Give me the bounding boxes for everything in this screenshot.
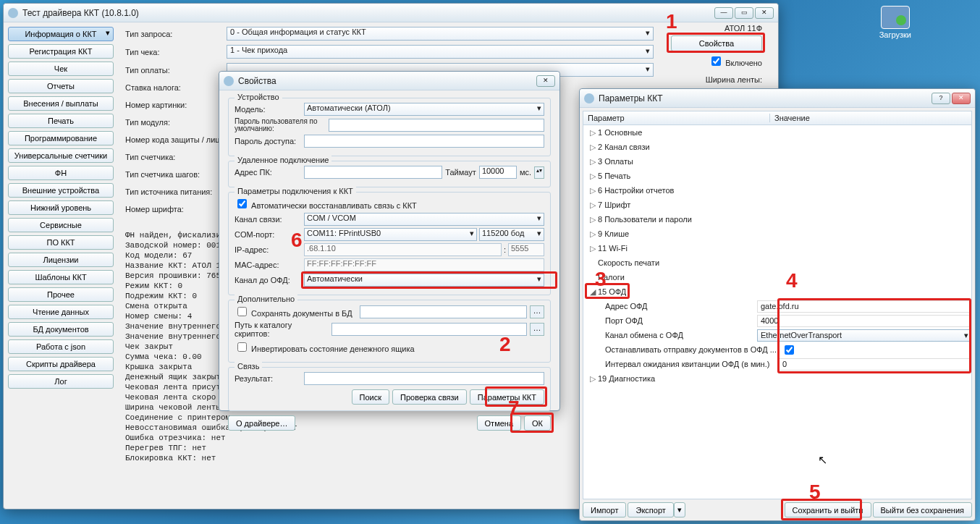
- props-close-button[interactable]: ✕: [536, 75, 555, 87]
- timeout-input[interactable]: 10000: [479, 166, 517, 179]
- tree-node[interactable]: ▷1 Основные: [583, 125, 971, 140]
- invert-checkbox[interactable]: Инвертировать состояние денежного ящика: [235, 340, 415, 354]
- ofd-interval-row[interactable]: Интервал ожидания квитанции ОФД (в мин.)…: [583, 357, 971, 371]
- mac-input[interactable]: FF:FF:FF:FF:FF:FF: [304, 258, 544, 271]
- minimize-button[interactable]: —: [714, 7, 733, 19]
- cancel-button[interactable]: Отмена: [477, 415, 521, 431]
- props-title: Свойства: [238, 76, 276, 86]
- sidebar-item-low[interactable]: Нижний уровень: [8, 200, 114, 215]
- sidebar-item-fn[interactable]: ФН: [8, 166, 114, 180]
- close-button[interactable]: ✕: [755, 7, 774, 19]
- props-titlebar[interactable]: Свойства ✕: [219, 72, 559, 90]
- sidebar-item-reports[interactable]: Отчеты: [8, 79, 114, 93]
- ofd-addr-value[interactable]: gate.ofd.ru: [757, 300, 971, 313]
- tree-node[interactable]: ▷19 Диагностика: [583, 371, 971, 386]
- ofd-stop-row[interactable]: Останавливать отправку документов в ОФД …: [583, 342, 971, 357]
- pwd-default-input[interactable]: [329, 119, 544, 132]
- tree-node[interactable]: ▷8 Пользователи и пароли: [583, 212, 971, 227]
- enabled-checkbox[interactable]: Включено: [671, 54, 762, 68]
- sidebar-item-ext[interactable]: Внешние устройства: [8, 183, 114, 198]
- chktype-select[interactable]: 1 - Чек прихода: [227, 45, 654, 59]
- sidebar-item-json[interactable]: Работа с json: [8, 339, 114, 354]
- tree-node[interactable]: Скорость печати: [583, 255, 971, 270]
- port-input[interactable]: 5555: [508, 243, 544, 256]
- sidebar-item-reg[interactable]: Регистрация ККТ: [8, 44, 114, 59]
- exit-nosave-button[interactable]: Выйти без сохранения: [873, 502, 973, 517]
- ofdch-select[interactable]: Автоматически: [304, 274, 544, 287]
- browse-script-button[interactable]: …: [530, 323, 544, 336]
- savedb-checkbox[interactable]: Сохранять документы в БД: [235, 305, 352, 318]
- device-label: АТОЛ 11Ф: [671, 24, 762, 33]
- pwd-access-input[interactable]: [304, 135, 544, 148]
- sidebar-item-db[interactable]: БД документов: [8, 322, 114, 337]
- channel-label: Канал связи:: [235, 215, 304, 224]
- sidebar-item-counters[interactable]: Универсальные счетчики: [8, 148, 114, 163]
- main-titlebar[interactable]: Тест драйвера ККТ (10.8.1.0) — ▭ ✕: [4, 4, 778, 22]
- savedb-path-input[interactable]: [360, 305, 527, 318]
- ofdch-label: Канал до ОФД:: [235, 276, 304, 284]
- tree-node[interactable]: ▷6 Настройки отчетов: [583, 183, 971, 198]
- tree-node[interactable]: ▷11 Wi-Fi: [583, 241, 971, 255]
- params-close-button[interactable]: ✕: [952, 93, 971, 104]
- pcaddr-input[interactable]: [304, 166, 442, 179]
- tree-node[interactable]: ▷2 Канал связи: [583, 140, 971, 154]
- tree-node[interactable]: ▷9 Клише: [583, 227, 971, 241]
- help-button[interactable]: ?: [932, 93, 950, 104]
- params-kkt-button[interactable]: Параметры ККТ: [470, 389, 544, 405]
- maximize-button[interactable]: ▭: [735, 7, 753, 19]
- import-button[interactable]: Импорт: [583, 502, 626, 517]
- save-exit-button[interactable]: Сохранить и выйти: [785, 502, 871, 517]
- tree-node[interactable]: Налоги: [583, 270, 971, 284]
- paytype-label: Тип оплаты:: [125, 66, 227, 75]
- model-label: Модель:: [235, 105, 304, 114]
- ofd-interval-value[interactable]: 0: [779, 358, 971, 371]
- app-icon: [8, 8, 18, 18]
- ofd-stop-value[interactable]: [779, 343, 971, 357]
- ofd-port-row[interactable]: Порт ОФД4000: [583, 313, 971, 328]
- tree-node-ofd[interactable]: ◢15 ОФД: [583, 284, 971, 299]
- export-button[interactable]: Экспорт: [628, 502, 673, 517]
- sidebar-item-deposits[interactable]: Внесения / выплаты: [8, 96, 114, 111]
- params-window: Параметры ККТ ? ✕ Параметр Значение ▷1 О…: [579, 88, 976, 521]
- model-select[interactable]: Автоматически (АТОЛ): [304, 103, 544, 116]
- sidebar-item-tpl[interactable]: Шаблоны ККТ: [8, 270, 114, 284]
- sidebar-item-misc[interactable]: Прочее: [8, 287, 114, 302]
- tree-node[interactable]: ▷3 Оплаты: [583, 154, 971, 169]
- search-button[interactable]: Поиск: [352, 389, 389, 405]
- sidebar-item-print[interactable]: Печать: [8, 114, 114, 128]
- tree-node[interactable]: ▷5 Печать: [583, 169, 971, 183]
- reqtype-select[interactable]: 0 - Общая информация и статус ККТ: [227, 27, 654, 41]
- ok-button[interactable]: ОК: [524, 415, 551, 431]
- ip-input[interactable]: .68.1.10: [304, 243, 502, 256]
- scriptpath-input[interactable]: [331, 323, 527, 336]
- grp-extra-label: Дополнительно: [235, 295, 297, 303]
- export-menu-button[interactable]: ▾: [674, 502, 685, 517]
- sidebar-item-log[interactable]: Лог: [8, 374, 114, 389]
- auto-restore-checkbox[interactable]: Автоматически восстанавливать связь с КК…: [235, 197, 417, 211]
- sidebar-item-info[interactable]: Информация о ККТ: [8, 27, 114, 41]
- sidebar-item-read[interactable]: Чтение данных: [8, 305, 114, 319]
- ofd-port-value[interactable]: 4000: [757, 315, 971, 327]
- ofd-channel-value[interactable]: EthernetOverTransport: [757, 329, 971, 342]
- about-button[interactable]: О драйвере…: [228, 415, 295, 431]
- props-button[interactable]: Свойства: [671, 35, 762, 51]
- ofd-addr-row[interactable]: Адрес ОФДgate.ofd.ru: [583, 299, 971, 313]
- check-conn-button[interactable]: Проверка связи: [392, 389, 467, 405]
- params-tree[interactable]: ▷1 Основные ▷2 Канал связи ▷3 Оплаты ▷5 …: [583, 125, 972, 499]
- sidebar-item-lic[interactable]: Лицензии: [8, 253, 114, 267]
- comport-select[interactable]: COM11: FPrintUSB0: [304, 228, 477, 241]
- ofd-channel-row[interactable]: Канал обмена с ОФДEthernetOverTransport: [583, 328, 971, 342]
- browse-db-button[interactable]: …: [530, 305, 544, 318]
- sidebar-item-scripts[interactable]: Скрипты драйвера: [8, 357, 114, 371]
- sidebar-item-prog[interactable]: Программирование: [8, 131, 114, 145]
- params-titlebar[interactable]: Параметры ККТ ? ✕: [580, 89, 975, 108]
- sidebar-item-chek[interactable]: Чек: [8, 62, 114, 76]
- channel-select[interactable]: COM / VCOM: [304, 213, 544, 226]
- sidebar-item-pokkt[interactable]: ПО ККТ: [8, 235, 114, 250]
- tree-node[interactable]: ▷7 Шрифт: [583, 198, 971, 212]
- baud-select[interactable]: 115200 бод: [479, 228, 544, 241]
- desktop-icon-downloads[interactable]: Загрузки: [879, 6, 911, 39]
- timeout-stepper[interactable]: ▴▾: [534, 166, 544, 179]
- pwrsrc-label: Тип источника питания:: [125, 187, 227, 196]
- sidebar-item-svc[interactable]: Сервисные: [8, 218, 114, 232]
